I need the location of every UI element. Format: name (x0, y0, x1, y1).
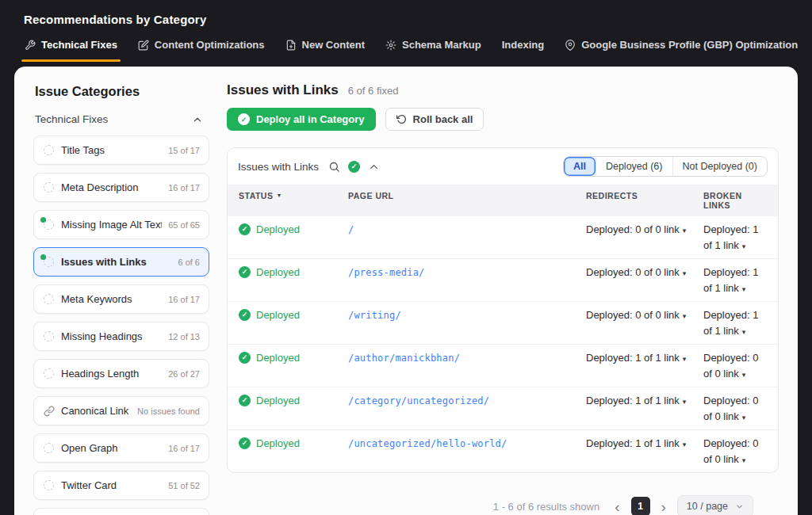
broken-links-text: Deployed: 1 of 1 link (703, 309, 758, 337)
status-cell: ✓ Deployed (239, 265, 348, 280)
deploy-all-button[interactable]: ✓ Deploy all in Category (227, 108, 376, 131)
check-circle-icon: ✓ (348, 161, 360, 173)
tab-content-optimizations[interactable]: Content Optimizations (137, 36, 266, 62)
prev-page-button[interactable]: ‹ (613, 499, 621, 514)
redirects-cell: Deployed: 0 of 0 link▾ (586, 265, 703, 280)
caret-down-icon[interactable]: ▾ (683, 398, 687, 406)
page-url-link[interactable]: /press-media/ (348, 267, 425, 278)
category-item[interactable]: Missing Image Alt Text 65 of 65 (33, 210, 209, 239)
broken-links-cell: Deployed: 1 of 1 link▾ (703, 222, 767, 253)
caret-down-icon[interactable]: ▾ (683, 227, 687, 235)
deploy-button-label: Deploy all in Category (256, 113, 365, 125)
filter-label: Deployed (6) (606, 161, 663, 172)
caret-down-icon[interactable]: ▾ (742, 242, 746, 250)
tab-gbp-optimization[interactable]: Google Business Profile (GBP) Optimizati… (564, 36, 799, 62)
caret-down-icon[interactable]: ▾ (683, 312, 687, 320)
category-item[interactable]: Title Tags 15 of 17 (33, 135, 209, 165)
column-header-page-url: PAGE URL (348, 191, 586, 210)
caret-down-icon[interactable]: ▾ (683, 355, 687, 363)
page-url-cell: / (348, 222, 586, 238)
pagination-bar: 1 - 6 of 6 results shown ‹ 1 › 10 / page (227, 495, 779, 515)
page-url-link[interactable]: / (348, 224, 354, 235)
progress-circle-icon (43, 442, 55, 454)
status-cell: ✓ Deployed (239, 222, 348, 238)
tab-label: New Content (302, 39, 365, 51)
page-size-value: 10 / page (687, 501, 728, 512)
next-page-button[interactable]: › (660, 499, 668, 514)
caret-down-icon[interactable]: ▾ (742, 456, 746, 464)
category-item[interactable]: Canonical Link No issues found (33, 396, 209, 425)
redirects-text: Deployed: 0 of 0 link (586, 223, 680, 235)
category-count: 15 of 17 (168, 146, 200, 155)
broken-links-cell: Deployed: 0 of 0 link▾ (703, 436, 767, 467)
redirects-text: Deployed: 1 of 1 link (586, 395, 680, 406)
status-text: Deployed (256, 350, 300, 366)
category-label: Canonical Link (61, 405, 131, 417)
fixed-count: 6 of 6 fixed (348, 85, 399, 97)
filter-not-deployed[interactable]: Not Deployed (0) (672, 157, 768, 176)
status-cell: ✓ Deployed (239, 393, 348, 409)
category-label: Meta Description (61, 181, 162, 193)
category-count: 65 of 65 (168, 220, 200, 230)
sidebar-title: Issue Categories (35, 84, 209, 99)
progress-circle-icon (43, 256, 55, 268)
caret-down-icon[interactable]: ▾ (742, 371, 746, 379)
category-item[interactable]: Missing Headings 12 of 13 (33, 322, 209, 351)
caret-down-icon[interactable]: ▾ (742, 285, 746, 293)
search-icon[interactable] (328, 161, 340, 173)
page-url-link[interactable]: /writing/ (348, 310, 401, 321)
category-item[interactable]: Issues with Links 6 of 6 (33, 247, 209, 277)
tab-label: Google Business Profile (GBP) Optimizati… (581, 39, 798, 51)
progress-circle-icon (43, 330, 55, 342)
category-item[interactable]: Twitter Card 51 of 52 (33, 471, 209, 500)
caret-down-icon[interactable]: ▾ (742, 328, 746, 336)
category-label: Missing Image Alt Text (61, 219, 162, 231)
page-url-cell: /press-media/ (348, 265, 586, 280)
tab-indexing[interactable]: Indexing (501, 36, 545, 62)
check-circle-icon: ✓ (239, 223, 251, 235)
results-summary: 1 - 6 of 6 results shown (493, 501, 599, 513)
filter-all[interactable]: All (564, 157, 596, 176)
category-item[interactable]: Headings Length 26 of 27 (33, 359, 209, 388)
category-title: Issues with Links (227, 82, 339, 98)
gear-icon (385, 40, 396, 51)
status-text: Deployed (256, 436, 300, 452)
column-header-status[interactable]: STATUS▼ (239, 191, 348, 210)
check-circle-icon: ✓ (239, 266, 251, 278)
page-size-select[interactable]: 10 / page (677, 495, 753, 515)
filter-deployed[interactable]: Deployed (6) (596, 157, 672, 176)
tab-new-content[interactable]: New Content (285, 36, 366, 62)
caret-down-icon[interactable]: ▾ (683, 441, 687, 448)
progress-circle-icon (43, 219, 55, 231)
sidebar-section-technical-fixes[interactable]: Technical Fixes (35, 113, 203, 125)
tab-schema-markup[interactable]: Schema Markup (385, 36, 482, 62)
category-count: 12 of 13 (168, 332, 200, 341)
category-item[interactable] (33, 508, 209, 515)
redirects-cell: Deployed: 0 of 0 link▾ (586, 222, 703, 238)
chevron-up-icon[interactable] (368, 161, 380, 173)
file-plus-icon (285, 40, 297, 51)
caret-down-icon[interactable]: ▾ (742, 414, 746, 422)
redirects-text: Deployed: 1 of 1 link (586, 352, 680, 364)
category-item[interactable]: Meta Description 16 of 17 (33, 173, 209, 202)
tab-technical-fixes[interactable]: Technical Fixes (24, 36, 118, 62)
page-url-link[interactable]: /author/manickbhan/ (348, 353, 460, 364)
table-row: ✓ Deployed /category/uncategorized/ Depl… (228, 387, 778, 430)
status-cell: ✓ Deployed (239, 307, 348, 323)
page-url-link[interactable]: /uncategorized/hello-world/ (348, 438, 507, 449)
wrench-icon (25, 40, 36, 51)
category-count: 16 of 17 (168, 295, 200, 304)
rollback-all-button[interactable]: Roll back all (385, 108, 485, 131)
column-header-broken-links: BROKEN LINKS (703, 191, 767, 210)
page-url-cell: /author/manickbhan/ (348, 350, 586, 366)
broken-links-cell: Deployed: 1 of 1 link▾ (703, 307, 767, 338)
page-url-link[interactable]: /category/uncategorized/ (348, 395, 489, 406)
category-item[interactable]: Meta Keywords 16 of 17 (33, 284, 209, 314)
current-page[interactable]: 1 (631, 497, 650, 515)
status-text: Deployed (256, 222, 300, 238)
caret-down-icon[interactable]: ▾ (683, 269, 687, 277)
category-item[interactable]: Open Graph 16 of 17 (33, 433, 209, 463)
redirects-text: Deployed: 0 of 0 link (586, 309, 680, 321)
sort-icon[interactable]: ▼ (276, 193, 282, 198)
table-row: ✓ Deployed / Deployed: 0 of 0 link▾ Depl… (228, 216, 778, 259)
